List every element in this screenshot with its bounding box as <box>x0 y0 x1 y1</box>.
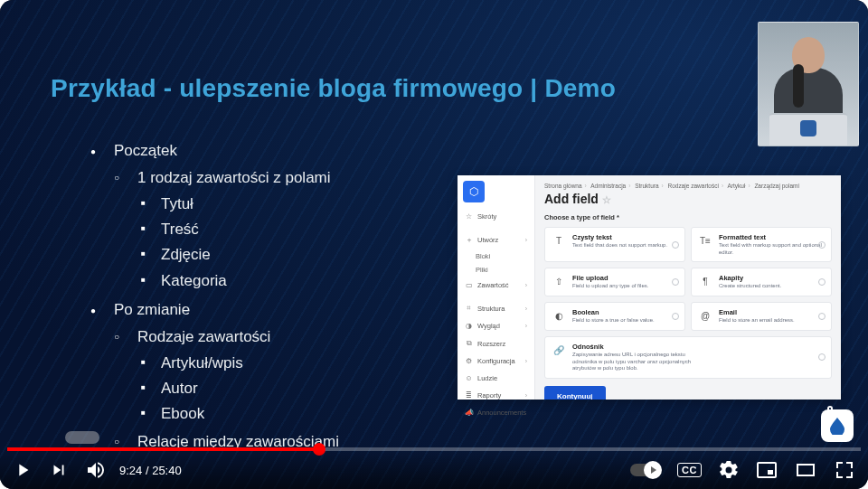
nav-structure: ⌗Struktura› <box>458 299 534 317</box>
structure-icon: ⌗ <box>465 304 473 313</box>
video-player: Przykład - ulepszenie bloga firmowego | … <box>0 0 868 489</box>
slide: Przykład - ulepszenie bloga firmowego | … <box>0 0 868 489</box>
nav-files: Pliki <box>458 263 534 277</box>
bullet-l3: Artykuł/wpis <box>90 352 339 375</box>
chevron-right-icon: › <box>525 358 527 364</box>
cms-section-label: Choose a type of field * <box>544 213 832 221</box>
autoplay-toggle[interactable] <box>630 464 661 476</box>
reports-icon: ≣ <box>465 391 473 400</box>
time-duration: 25:40 <box>152 464 182 477</box>
toggle-icon: ◐ <box>552 309 565 322</box>
gear-icon: ⚙ <box>465 357 473 365</box>
channel-brand-icon[interactable] <box>821 409 854 442</box>
slide-title: Przykład - ulepszenie bloga firmowego | … <box>51 74 616 103</box>
play-button[interactable] <box>13 459 33 481</box>
megaphone-icon: 📣 <box>465 409 473 417</box>
microphone-icon <box>793 64 804 108</box>
nav-shortcuts: ☆Skróty <box>458 208 534 225</box>
cms-main: Strona główna› Administracja› Struktura›… <box>535 175 841 400</box>
chevron-right-icon: › <box>525 323 527 329</box>
nav-create: ＋Utwórz› <box>458 230 534 249</box>
field-card-formatted: T≡Formatted textText field with markup s… <box>691 227 832 262</box>
formatted-text-icon: T≡ <box>699 234 712 247</box>
paragraph-icon: ¶ <box>699 275 712 287</box>
radio-icon <box>818 353 826 361</box>
nav-blocks: Bloki <box>458 249 534 263</box>
content-icon: ▭ <box>465 281 473 289</box>
nav-extend: ⧉Rozszerz <box>458 334 534 353</box>
miniplayer-button[interactable] <box>756 459 778 481</box>
chevron-right-icon: › <box>525 282 527 288</box>
chevron-right-icon: › <box>525 306 527 312</box>
field-card-fileupload: ⇧File uploadField to upload any type of … <box>544 268 685 296</box>
presenter-webcam <box>758 22 859 146</box>
bullet-l3: Ebook <box>90 402 339 426</box>
field-card-email: @EmailField to store an email address. <box>691 302 832 331</box>
radio-icon <box>672 241 679 249</box>
bullet-l3: Treść <box>90 218 339 241</box>
bullet-l2: 1 rodzaj zawartości z polami <box>90 166 339 190</box>
radio-icon <box>672 313 679 320</box>
field-card-paragraphs: ¶AkapityCreate structured content. <box>691 268 832 296</box>
plus-icon: ＋ <box>465 235 473 245</box>
captions-button[interactable]: CC <box>677 463 702 477</box>
nav-content: ▭Zawartość› <box>458 277 534 294</box>
bullet-l2: Rodzaje zawartości <box>90 325 339 349</box>
laptop-logo-icon <box>800 120 816 136</box>
nav-reports: ≣Raporty› <box>458 387 534 404</box>
cms-logo-icon: ⬡ <box>463 181 485 202</box>
upload-icon: ⇧ <box>552 275 565 287</box>
radio-icon <box>818 278 826 286</box>
nav-announcements: 📣Announcements <box>458 404 534 421</box>
bullet-l3: Tytuł <box>90 193 339 216</box>
cms-screenshot: ⬡ ☆Skróty ＋Utwórz› Bloki Pliki ▭Zawartoś… <box>458 175 841 400</box>
bullet-l1: Początek <box>90 139 339 163</box>
settings-button[interactable] <box>718 459 740 481</box>
star-icon: ☆ <box>465 212 473 221</box>
extend-icon: ⧉ <box>465 339 473 348</box>
appearance-icon: ◑ <box>465 322 473 330</box>
link-icon: 🔗 <box>552 343 565 356</box>
chevron-right-icon: › <box>525 392 527 399</box>
fullscreen-button[interactable] <box>834 459 855 481</box>
nav-people: ☺Ludzie <box>458 370 534 387</box>
breadcrumb: Strona główna› Administracja› Struktura›… <box>544 183 832 189</box>
laptop <box>769 113 847 146</box>
theater-button[interactable] <box>794 459 817 481</box>
people-icon: ☺ <box>465 374 473 382</box>
next-button[interactable] <box>49 459 69 481</box>
text-icon: T <box>552 234 565 247</box>
at-icon: @ <box>699 309 712 322</box>
radio-icon <box>818 313 826 320</box>
radio-icon <box>672 278 679 286</box>
bullet-l3: Autor <box>90 377 339 400</box>
field-type-grid: TCzysty tekstText field that does not su… <box>544 227 832 379</box>
bullet-l1: Po zmianie <box>90 298 339 322</box>
field-card-plaintext: TCzysty tekstText field that does not su… <box>544 227 685 262</box>
radio-icon <box>818 241 826 249</box>
nav-config: ⚙Konfiguracja› <box>458 353 534 370</box>
bullet-l3: Zdjęcie <box>90 243 339 267</box>
continue-button: Kontynuuj <box>544 386 606 400</box>
chevron-right-icon: › <box>525 237 527 243</box>
field-card-link: 🔗OdnośnikZapisywanie adresu URL i opcjon… <box>544 336 832 379</box>
time-current: 9:24 <box>119 464 142 477</box>
bullet-l3: Kategoria <box>90 269 339 293</box>
cms-heading: Add field☆ <box>544 192 832 206</box>
chapter-pill[interactable] <box>65 431 99 444</box>
nav-appearance: ◑Wygląd› <box>458 317 534 334</box>
volume-button[interactable] <box>85 459 107 481</box>
field-card-boolean: ◐BooleanField to store a true or false v… <box>544 302 685 331</box>
star-icon: ☆ <box>602 194 611 205</box>
slide-bullets: Początek 1 rodzaj zawartości z polami Ty… <box>90 134 339 454</box>
control-bar: 9:24 / 25:40 CC <box>0 451 868 489</box>
cms-sidebar: ⬡ ☆Skróty ＋Utwórz› Bloki Pliki ▭Zawartoś… <box>458 175 535 400</box>
time-display: 9:24 / 25:40 <box>119 464 182 477</box>
